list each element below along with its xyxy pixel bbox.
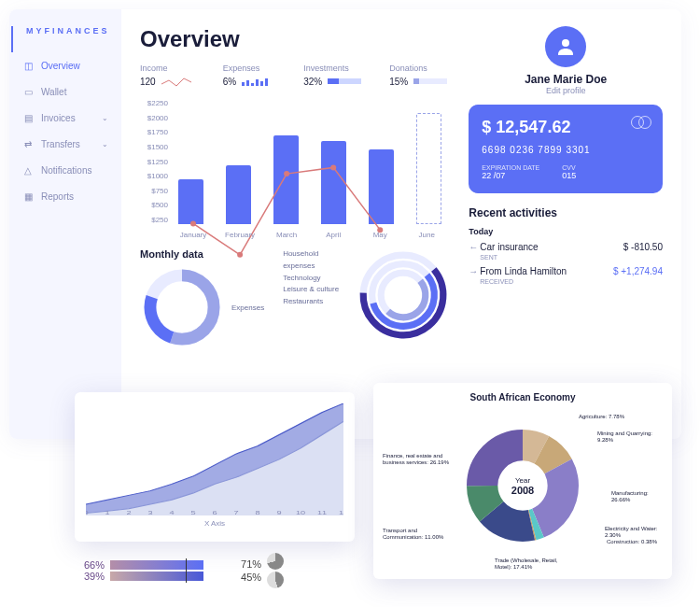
mini-pct: 71% xyxy=(241,558,261,570)
bar[interactable] xyxy=(369,149,394,224)
progress-bar: 39% xyxy=(84,571,203,582)
kpi-income: Income120 xyxy=(140,64,195,88)
svg-text:6: 6 xyxy=(212,510,217,515)
arrow-right-icon: → xyxy=(469,266,480,276)
svg-text:0: 0 xyxy=(86,510,89,515)
sidebar-item-transfers[interactable]: ⇄Transfers⌄ xyxy=(9,131,121,157)
card-number: 6698 0236 7899 3301 xyxy=(482,145,650,155)
pie-label: Mining and Quarrying: 9.28% xyxy=(597,431,663,443)
exp-value: 22 /07 xyxy=(482,171,539,180)
svg-text:5: 5 xyxy=(190,510,195,515)
expenses-label: Expenses xyxy=(231,304,264,312)
bar[interactable] xyxy=(178,179,203,224)
reports-icon: ▦ xyxy=(22,191,34,202)
exp-label: EXPIRATION DATE xyxy=(482,164,539,171)
svg-rect-4 xyxy=(260,81,263,86)
bar[interactable] xyxy=(226,165,251,224)
cvv-value: 015 xyxy=(562,171,576,180)
edit-profile-link[interactable]: Edit profile xyxy=(469,86,663,95)
cvv-label: CVV xyxy=(562,164,576,171)
recent-header: Recent activities xyxy=(469,206,663,219)
brand-logo: MYFINANCES xyxy=(11,26,121,52)
pie-center: Year 2008 xyxy=(511,476,534,496)
svg-text:3: 3 xyxy=(147,510,152,515)
monthly-section: Monthly data Expenses Household xyxy=(140,248,450,349)
recent-activities: Recent activities Today ←Car insurance$ … xyxy=(469,206,663,285)
sa-pie-title: South African Economy xyxy=(383,392,663,402)
svg-rect-1 xyxy=(246,80,249,86)
profile: Jane Marie Doe Edit profile xyxy=(469,26,663,95)
app-shell: MYFINANCES ◫Overview▭Wallet▤Invoices⌄⇄Tr… xyxy=(9,9,681,439)
bar[interactable] xyxy=(416,113,441,224)
mini-pie-icon xyxy=(267,572,284,588)
bar[interactable] xyxy=(321,141,346,224)
mini-pie-icon xyxy=(267,553,284,570)
card-balance: $ 12,547.62 xyxy=(482,118,650,137)
pie-label: Manufacturing: 26.66% xyxy=(611,490,663,502)
sparkline-icon xyxy=(413,75,447,88)
svg-text:9: 9 xyxy=(276,510,281,515)
arrow-left-icon: ← xyxy=(469,242,480,252)
chevron-down-icon: ⌄ xyxy=(102,140,108,148)
transfers-icon: ⇄ xyxy=(22,138,34,149)
svg-text:8: 8 xyxy=(255,510,259,515)
pie-label: Construction: 0.38% xyxy=(607,539,657,545)
invoices-icon: ▤ xyxy=(22,112,34,123)
avatar[interactable] xyxy=(545,26,586,67)
svg-point-24 xyxy=(562,39,569,47)
notifications-icon: △ xyxy=(22,164,34,176)
monthly-legend: Household expensesTechnologyLeisure & cu… xyxy=(283,248,349,308)
floating-pie-chart: South African Economy Year 2008 Agricult… xyxy=(373,383,672,579)
svg-text:7: 7 xyxy=(233,510,238,515)
svg-text:12: 12 xyxy=(339,510,343,515)
area-xlabel: X Axis xyxy=(86,519,343,528)
main: Overview Income120Expenses6%Investments3… xyxy=(121,9,681,439)
chevron-down-icon: ⌄ xyxy=(102,114,108,122)
svg-rect-9 xyxy=(413,78,419,84)
sidebar-item-wallet[interactable]: ▭Wallet xyxy=(9,78,121,105)
kpi-investments: Investments32% xyxy=(303,64,361,88)
profile-name: Jane Marie Doe xyxy=(469,73,663,86)
pie-label: Trade (Wholesale, Retail, Motel): 17.41% xyxy=(495,558,569,570)
svg-rect-7 xyxy=(328,78,339,84)
pie-label: Transport and Communication: 11.00% xyxy=(383,528,457,540)
mini-pct: 45% xyxy=(241,572,261,583)
monthly-header: Monthly data xyxy=(140,248,264,260)
sparkline-icon xyxy=(328,75,361,88)
kpi-donations: Donations15% xyxy=(389,64,447,88)
activity-row[interactable]: →From Linda Hamilton$ +1,274.94 xyxy=(469,266,663,276)
svg-text:4: 4 xyxy=(169,510,174,515)
pie-label: Agriculture: 7.78% xyxy=(579,414,624,420)
wallet-icon: ▭ xyxy=(22,86,34,97)
pie-label: Finance, real estate and business servic… xyxy=(383,453,457,465)
svg-text:11: 11 xyxy=(317,510,327,515)
multi-ring-chart xyxy=(357,248,450,342)
bar-chart: $2250$2000$1750$1500$1250$1000$750$500$2… xyxy=(140,99,450,239)
svg-rect-0 xyxy=(242,82,245,86)
svg-rect-2 xyxy=(251,83,254,86)
svg-text:10: 10 xyxy=(296,510,305,515)
sparkline-icon xyxy=(242,75,275,88)
sparkline-icon xyxy=(161,75,195,88)
kpi-expenses: Expenses6% xyxy=(223,64,275,88)
page-title: Overview xyxy=(140,26,450,52)
sidebar-item-invoices[interactable]: ▤Invoices⌄ xyxy=(9,105,121,131)
sidebar: MYFINANCES ◫Overview▭Wallet▤Invoices⌄⇄Tr… xyxy=(9,9,121,439)
pie-label: Electricity and Water: 2.30% xyxy=(605,526,663,538)
bar[interactable] xyxy=(273,135,299,224)
sidebar-item-reports[interactable]: ▦Reports xyxy=(9,183,121,209)
kpi-row: Income120Expenses6%Investments32%Donatio… xyxy=(140,64,450,88)
bottom-bars: 66% 39% 71% 45% xyxy=(84,553,284,588)
sidebar-item-notifications[interactable]: △Notifications xyxy=(9,157,121,183)
overview-icon: ◫ xyxy=(22,60,34,71)
mastercard-icon xyxy=(631,116,651,133)
activity-row[interactable]: ←Car insurance$ -810.50 xyxy=(469,242,663,252)
svg-text:2: 2 xyxy=(126,510,131,515)
floating-area-chart: 0123456789101112 X Axis xyxy=(75,392,355,542)
recent-day: Today xyxy=(469,227,663,236)
credit-card[interactable]: $ 12,547.62 6698 0236 7899 3301 EXPIRATI… xyxy=(469,105,663,193)
expenses-donut xyxy=(140,265,224,349)
svg-rect-3 xyxy=(256,79,259,86)
svg-text:1: 1 xyxy=(105,510,109,515)
sidebar-item-overview[interactable]: ◫Overview xyxy=(9,52,121,78)
